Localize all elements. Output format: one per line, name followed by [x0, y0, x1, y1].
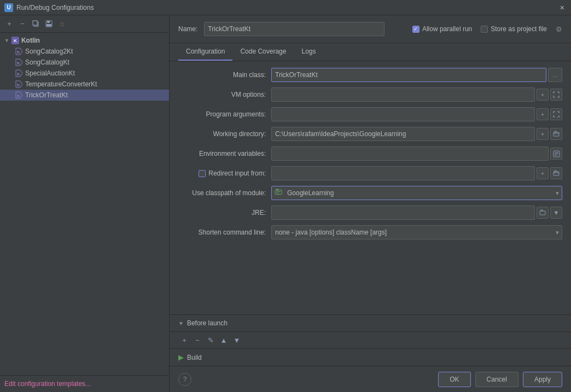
svg-rect-4 — [46, 24, 51, 26]
allow-parallel-run-checkbox[interactable] — [412, 26, 419, 33]
shorten-command-line-label: Shorten command line: — [178, 229, 271, 236]
jre-input[interactable] — [271, 206, 535, 220]
environment-variables-edit-button[interactable] — [550, 148, 562, 160]
shorten-select-wrapper: none - java [options] className [args] @… — [271, 225, 562, 239]
redirect-input-field: + — [271, 166, 562, 180]
config-name-input[interactable] — [204, 22, 384, 36]
svg-text:K: K — [17, 83, 20, 87]
sidebar-tree: ▼ K Kotlin K SongCatalog2Kt — [0, 33, 169, 375]
kotlin-group: ▼ K Kotlin K SongCatalog2Kt — [0, 35, 169, 101]
redirect-add-button[interactable]: + — [537, 167, 549, 179]
store-as-project-file-option[interactable]: Store as project file — [481, 25, 547, 33]
working-directory-row: Working directory: + — [178, 127, 562, 141]
tab-code-coverage[interactable]: Code Coverage — [232, 43, 294, 61]
program-arguments-input[interactable] — [271, 107, 535, 121]
allow-parallel-run-label: Allow parallel run — [422, 25, 472, 33]
app-icon: U — [4, 3, 13, 12]
classpath-module-label: Use classpath of module: — [178, 189, 271, 197]
main-class-browse-button[interactable]: ... — [548, 68, 562, 82]
tree-item-label: TemperatureConverterKt — [25, 80, 97, 88]
tab-logs[interactable]: Logs — [294, 43, 323, 61]
before-launch-header: ▼ Before launch — [170, 315, 571, 331]
group-expand-arrow: ▼ — [4, 38, 9, 43]
vm-options-add-button[interactable]: + — [537, 89, 549, 101]
working-directory-field: + — [271, 127, 562, 141]
before-launch-title: Before launch — [187, 319, 228, 327]
before-launch-move-down-button[interactable]: ▼ — [231, 334, 243, 346]
cancel-button[interactable]: Cancel — [475, 372, 518, 387]
svg-text:K: K — [17, 61, 20, 66]
tree-item-songcatalog2kt[interactable]: K SongCatalog2Kt — [0, 46, 169, 57]
jre-browse-button[interactable] — [537, 207, 549, 219]
add-config-button[interactable]: + — [3, 18, 15, 30]
content-area: Name: Allow parallel run Store as projec… — [170, 15, 571, 392]
svg-text:K: K — [17, 50, 20, 55]
allow-parallel-run-option[interactable]: Allow parallel run — [412, 25, 472, 33]
main-container: + − — [0, 15, 571, 392]
edit-templates-link[interactable]: Edit configuration templates... — [4, 380, 91, 388]
program-args-expand-button[interactable] — [550, 108, 562, 120]
copy-config-button[interactable] — [30, 18, 42, 30]
gear-icon[interactable]: ⚙ — [556, 25, 562, 33]
before-launch-add-button[interactable]: + — [178, 334, 190, 346]
name-label: Name: — [178, 25, 197, 33]
kotlin-file-icon: K — [15, 48, 23, 55]
tree-item-trickortreatkt[interactable]: K TrickOrTreatKt — [0, 90, 169, 101]
redirect-input-input[interactable] — [271, 166, 535, 180]
vm-options-input[interactable] — [271, 87, 535, 102]
dialog-title: Run/Debug Configurations — [16, 4, 94, 11]
before-launch-move-up-button[interactable]: ▲ — [218, 334, 230, 346]
classpath-module-field: GoogleLearning ▼ — [271, 186, 562, 200]
redirect-input-text-label: Redirect input from: — [208, 169, 266, 177]
tree-item-songcatalogkt[interactable]: K SongCatalogKt — [0, 57, 169, 68]
help-button[interactable]: ? — [178, 373, 191, 386]
shorten-command-line-select[interactable]: none - java [options] className [args] @… — [271, 225, 562, 239]
environment-variables-input[interactable] — [271, 147, 549, 161]
classpath-module-select[interactable]: GoogleLearning — [271, 186, 562, 200]
working-directory-input[interactable] — [271, 127, 535, 141]
before-launch-remove-button[interactable]: − — [191, 334, 203, 346]
kotlin-group-header[interactable]: ▼ K Kotlin — [0, 35, 169, 46]
redirect-checkbox-area: Redirect input from: — [178, 169, 266, 177]
redirect-browse-button[interactable] — [550, 167, 562, 179]
before-launch-item: ▶ Build — [178, 351, 562, 364]
redirect-input-row: Redirect input from: + — [178, 166, 562, 180]
before-launch-collapse-arrow[interactable]: ▼ — [178, 320, 184, 326]
kotlin-file-icon: K — [15, 91, 23, 99]
main-class-input[interactable] — [271, 68, 546, 82]
apply-button[interactable]: Apply — [523, 372, 562, 387]
ok-button[interactable]: OK — [438, 372, 470, 387]
jre-dropdown-button[interactable]: ▼ — [550, 207, 562, 219]
program-args-add-button[interactable]: + — [537, 108, 549, 120]
before-launch-list: ▶ Build — [170, 349, 571, 366]
working-dir-browse-button[interactable] — [550, 128, 562, 140]
close-button[interactable]: × — [558, 3, 567, 12]
program-arguments-field: + — [271, 107, 562, 121]
vm-options-expand-button[interactable] — [550, 89, 562, 101]
redirect-input-checkbox[interactable] — [199, 170, 206, 177]
main-class-row: Main class: ... — [178, 68, 562, 82]
main-class-label: Main class: — [178, 71, 271, 79]
before-launch-edit-button[interactable]: ✎ — [205, 334, 217, 346]
program-arguments-label: Program arguments: — [178, 110, 271, 118]
redirect-input-label: Redirect input from: — [178, 169, 271, 177]
dialog-footer: ? OK Cancel Apply — [170, 366, 571, 392]
save-config-button[interactable] — [43, 18, 55, 30]
shorten-command-line-row: Shorten command line: none - java [optio… — [178, 225, 562, 239]
tab-configuration[interactable]: Configuration — [178, 43, 232, 61]
svg-rect-3 — [47, 21, 50, 23]
title-bar: U Run/Debug Configurations × — [0, 0, 571, 15]
move-up-button[interactable] — [56, 18, 68, 30]
build-run-icon: ▶ — [178, 353, 184, 361]
before-launch-section: ▼ Before launch + − ✎ ▲ ▼ ▶ Build — [170, 314, 571, 366]
working-dir-add-button[interactable]: + — [537, 128, 549, 140]
title-bar-left: U Run/Debug Configurations — [4, 3, 94, 12]
program-arguments-row: Program arguments: + — [178, 107, 562, 121]
sidebar-toolbar: + − — [0, 15, 169, 33]
kotlin-group-icon: K — [11, 37, 19, 44]
tree-item-temperatureconverterkt[interactable]: K TemperatureConverterKt — [0, 79, 169, 90]
remove-config-button[interactable]: − — [16, 18, 28, 30]
main-class-field: ... — [271, 68, 562, 82]
store-as-project-file-checkbox[interactable] — [481, 26, 488, 33]
tree-item-specialauctionkt[interactable]: K SpecialAuctionKt — [0, 68, 169, 79]
